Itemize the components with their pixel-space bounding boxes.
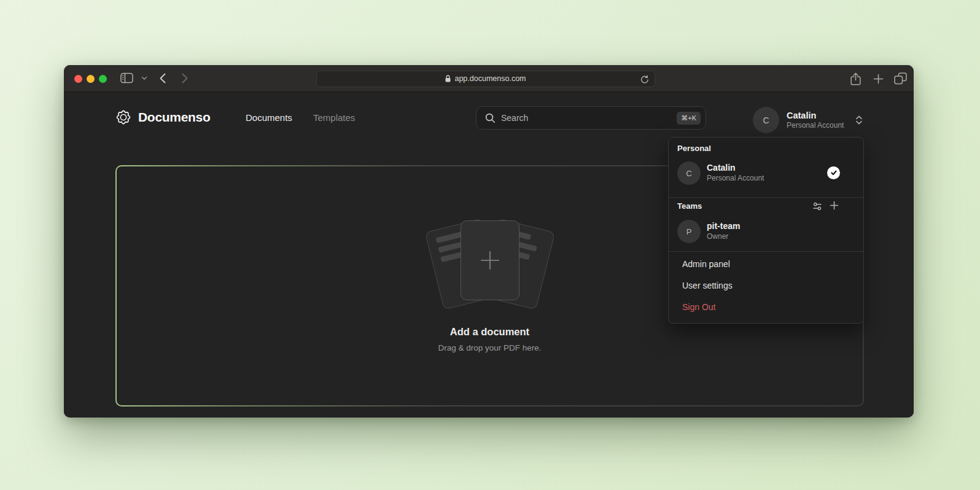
menu-item-sign-out[interactable]: Sign Out (682, 301, 715, 313)
account-dropdown-menu: Personal C Catalin Personal Account Team… (668, 137, 864, 324)
new-tab-plus-icon[interactable] (873, 74, 884, 84)
minimize-window-button[interactable] (87, 75, 95, 83)
account-name: Catalin (787, 110, 844, 121)
nav-documents[interactable]: Documents (246, 111, 292, 125)
search-bar[interactable]: ⌘+K (476, 106, 706, 130)
padlock-icon (445, 75, 451, 82)
add-document-plus-icon (479, 249, 501, 271)
brand-name: Documenso (138, 110, 211, 125)
selected-check-icon (827, 166, 840, 179)
dropzone-title: Add a document (450, 326, 529, 338)
personal-account-avatar: C (677, 161, 701, 185)
account-menu-trigger[interactable]: C Catalin Personal Account (753, 107, 863, 133)
browser-toolbar: app.documenso.com (64, 65, 914, 92)
documenso-logo-icon (115, 109, 132, 126)
document-card-front (461, 220, 519, 300)
forward-button[interactable] (182, 73, 188, 84)
zoom-window-button[interactable] (99, 75, 107, 83)
account-avatar: C (753, 107, 779, 133)
documents-illustration (419, 219, 561, 310)
account-subtitle: Personal Account (787, 121, 844, 130)
close-window-button[interactable] (74, 75, 82, 83)
search-icon (485, 113, 496, 123)
personal-section-label: Personal (677, 143, 711, 154)
back-button[interactable] (160, 73, 166, 84)
personal-account-name: Catalin (707, 163, 764, 173)
reload-icon[interactable] (640, 75, 649, 84)
menu-item-admin-panel[interactable]: Admin panel (682, 258, 730, 270)
share-icon[interactable] (850, 72, 861, 85)
address-bar-url: app.documenso.com (454, 74, 526, 83)
search-shortcut-badge: ⌘+K (677, 112, 701, 125)
brand[interactable]: Documenso (115, 109, 211, 126)
personal-account-item[interactable]: Catalin Personal Account (707, 163, 764, 183)
create-team-plus-icon[interactable] (830, 201, 839, 210)
tab-overview-icon[interactable] (894, 72, 907, 85)
browser-window: app.documenso.com (64, 65, 914, 418)
sidebar-chevron-down-icon[interactable] (141, 76, 147, 80)
documenso-page: Documenso Documents Templates ⌘+K C Cata… (64, 92, 914, 418)
team-avatar: P (677, 220, 701, 243)
address-bar[interactable]: app.documenso.com (316, 71, 655, 87)
search-input[interactable] (501, 113, 671, 123)
nav-templates[interactable]: Templates (313, 111, 355, 125)
dropzone-subtitle: Drag & drop your PDF here. (438, 343, 541, 352)
personal-account-subtitle: Personal Account (707, 173, 764, 183)
teams-section-label: Teams (677, 201, 702, 212)
menu-item-user-settings[interactable]: User settings (682, 279, 733, 292)
chevrons-up-down-icon (855, 115, 863, 125)
team-item[interactable]: pit-team Owner (707, 221, 740, 241)
sidebar-toggle-icon[interactable] (120, 72, 133, 84)
team-role: Owner (707, 231, 740, 241)
team-name: pit-team (707, 221, 740, 231)
manage-teams-icon[interactable] (812, 201, 822, 211)
